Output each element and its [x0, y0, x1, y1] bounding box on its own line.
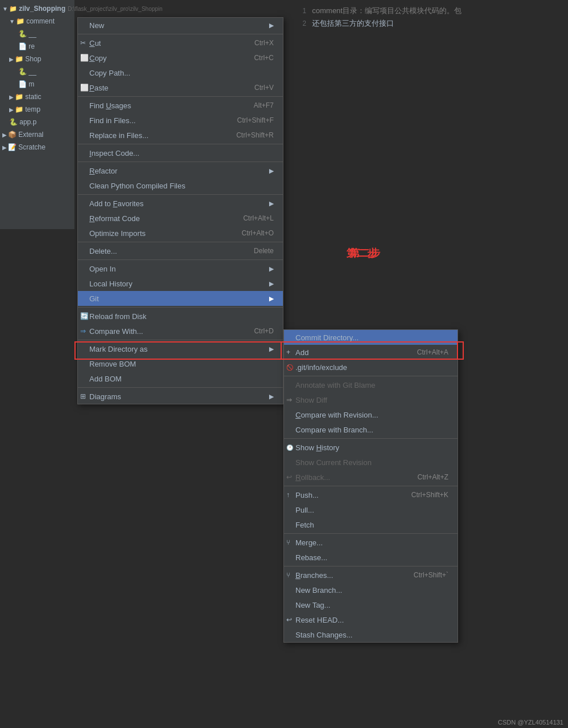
menu-item-optimize-imports[interactable]: Optimize Imports Ctrl+Alt+O	[78, 226, 283, 241]
context-menu: New ▶ ✂ Cut Ctrl+X ⬜ Copy Ctrl+C Copy Pa…	[77, 17, 283, 404]
copy-shortcut: Ctrl+C	[237, 54, 274, 62]
menu-item-delete[interactable]: Delete... Delete	[78, 243, 283, 258]
menu-item-compare-with[interactable]: ⇒ Compare With... Ctrl+D	[78, 324, 283, 339]
tree-m[interactable]: 📄 m	[0, 78, 74, 90]
tree-root[interactable]: ▼ 📁 zilv_Shopping D:\flask_project\zilv_…	[0, 2, 74, 15]
tree-shop[interactable]: ▶ 📁 Shop	[0, 53, 74, 65]
git-rollback[interactable]: ↩ Rollback... Ctrl+Alt+Z	[284, 470, 457, 485]
git-show-current-revision[interactable]: Show Current Revision	[284, 455, 457, 470]
tree-arrow-external: ▶	[2, 132, 7, 138]
compare-with-label: Compare With...	[89, 327, 143, 336]
menu-item-copy[interactable]: ⬜ Copy Ctrl+C	[78, 50, 283, 65]
tree-external[interactable]: ▶ 📦 External	[0, 128, 74, 141]
menu-item-git[interactable]: Git ▶	[78, 291, 283, 306]
menu-item-cut[interactable]: ✂ Cut Ctrl+X	[78, 36, 283, 50]
menu-item-remove-bom[interactable]: Remove BOM	[78, 356, 283, 371]
push-icon: ↑	[286, 491, 290, 499]
tree-arrow-shop: ▶	[9, 56, 14, 62]
git-sep-2	[284, 438, 457, 439]
tree-shop-init[interactable]: 🐍 __	[0, 65, 74, 78]
git-show-diff[interactable]: ⇒ Show Diff	[284, 392, 457, 407]
menu-item-local-history[interactable]: Local History ▶	[78, 276, 283, 291]
tree-re[interactable]: 📄 re	[0, 40, 74, 53]
menu-item-mark-directory[interactable]: Mark Directory as ▶	[78, 341, 283, 356]
git-merge[interactable]: ⑂ Merge...	[284, 535, 457, 550]
git-commit-dir[interactable]: Commit Directory...	[284, 330, 457, 345]
tree-label-static: static	[25, 93, 41, 101]
tree-label-re: re	[29, 42, 35, 50]
mark-directory-arrow: ▶	[269, 345, 274, 353]
diagrams-arrow: ▶	[269, 393, 274, 400]
menu-item-refactor[interactable]: Refactor ▶	[78, 163, 283, 178]
tree-static[interactable]: ▶ 📁 static	[0, 90, 74, 103]
menu-item-inspect-code[interactable]: Inspect Code...	[78, 145, 283, 160]
refactor-arrow: ▶	[269, 167, 274, 175]
menu-item-find-usages[interactable]: Find Usages Alt+F7	[78, 98, 283, 113]
git-fetch[interactable]: Fetch	[284, 517, 457, 532]
tree-label-m: m	[29, 80, 34, 88]
menu-item-open-in[interactable]: Open In ▶	[78, 261, 283, 276]
git-arrow: ▶	[269, 295, 274, 302]
rebase-label: Rebase...	[295, 553, 328, 562]
git-annotate[interactable]: Annotate with Git Blame	[284, 377, 457, 392]
reload-label: Reload from Disk	[89, 312, 147, 321]
reload-icon: 🔄	[80, 312, 89, 320]
git-pull[interactable]: Pull...	[284, 502, 457, 517]
tree-app[interactable]: 🐍 app.p	[0, 116, 74, 128]
menu-item-reformat[interactable]: Reformat Code Ctrl+Alt+L	[78, 211, 283, 226]
git-rebase[interactable]: Rebase...	[284, 550, 457, 565]
new-branch-label: New Branch...	[295, 586, 342, 595]
git-compare-revision[interactable]: Compare with Revision...	[284, 407, 457, 422]
git-branches[interactable]: ⑂ Branches... Ctrl+Shift+`	[284, 568, 457, 583]
paste-shortcut: Ctrl+V	[237, 84, 274, 92]
menu-item-paste[interactable]: ⬜ Paste Ctrl+V	[78, 80, 283, 95]
open-in-arrow: ▶	[269, 265, 274, 273]
history-icon: 🕐	[286, 444, 293, 451]
file-icon-m: 📄	[18, 80, 27, 88]
find-in-files-shortcut: Ctrl+Shift+F	[220, 116, 274, 124]
tree-comment[interactable]: ▼ 📁 comment	[0, 15, 74, 27]
compare-branch-label: Compare with Branch...	[295, 426, 373, 434]
git-compare-branch[interactable]: Compare with Branch...	[284, 422, 457, 437]
tree-arrow-temp: ▶	[9, 107, 14, 113]
menu-item-add-bom[interactable]: Add BOM	[78, 371, 283, 386]
replace-in-files-shortcut: Ctrl+Shift+R	[219, 131, 274, 139]
menu-item-add-favorites[interactable]: Add to Favorites ▶	[78, 196, 283, 211]
root-path: D:\flask_project\zilv_pro\zilv_Shoppin	[68, 6, 163, 12]
folder-icon-temp: 📁	[15, 105, 23, 113]
git-push[interactable]: ↑ Push... Ctrl+Shift+K	[284, 487, 457, 502]
tree-init[interactable]: 🐍 __	[0, 27, 74, 40]
new-label: New	[89, 21, 104, 30]
git-show-history[interactable]: 🕐 Show History	[284, 440, 457, 455]
stash-changes-label: Stash Changes...	[295, 631, 353, 639]
tree-scratche[interactable]: ▶ 📝 Scratche	[0, 141, 74, 154]
menu-item-find-in-files[interactable]: Find in Files... Ctrl+Shift+F	[78, 113, 283, 128]
reset-head-label: Reset HEAD...	[295, 616, 344, 624]
git-new-tag[interactable]: New Tag...	[284, 597, 457, 612]
git-sep-5	[284, 566, 457, 566]
code-text-1: comment目录：编写项目公共模块代码的。包	[312, 6, 462, 16]
git-reset-head[interactable]: ↩ Reset HEAD...	[284, 612, 457, 627]
git-add[interactable]: + Add Ctrl+Alt+A	[284, 345, 457, 360]
compare-revision-label: Compare with Revision...	[295, 411, 378, 419]
reformat-shortcut: Ctrl+Alt+L	[226, 214, 274, 222]
tree-temp[interactable]: ▶ 📁 temp	[0, 103, 74, 116]
add-favorites-label: Add to Favorites	[89, 199, 144, 208]
menu-item-reload[interactable]: 🔄 Reload from Disk	[78, 309, 283, 324]
tree-label-init: __	[29, 30, 36, 38]
folder-icon-scratche: 📝	[8, 143, 17, 151]
menu-item-replace-in-files[interactable]: Replace in Files... Ctrl+Shift+R	[78, 128, 283, 143]
sep-5	[78, 194, 283, 195]
menu-item-copy-path[interactable]: Copy Path...	[78, 65, 283, 80]
cut-icon: ✂	[80, 39, 86, 47]
menu-item-new[interactable]: New ▶	[78, 18, 283, 33]
py-icon-shop: 🐍	[18, 68, 27, 76]
git-exclude[interactable]: 🚫 .git/info/exclude	[284, 360, 457, 375]
py-icon-init: 🐍	[18, 30, 27, 38]
git-stash-changes[interactable]: Stash Changes...	[284, 627, 457, 642]
new-arrow: ▶	[269, 22, 274, 29]
menu-item-diagrams[interactable]: ⊞ Diagrams ▶	[78, 389, 283, 404]
menu-item-clean-python[interactable]: Clean Python Compiled Files	[78, 178, 283, 193]
git-new-branch[interactable]: New Branch...	[284, 583, 457, 597]
tree-arrow-scratche: ▶	[2, 144, 7, 151]
